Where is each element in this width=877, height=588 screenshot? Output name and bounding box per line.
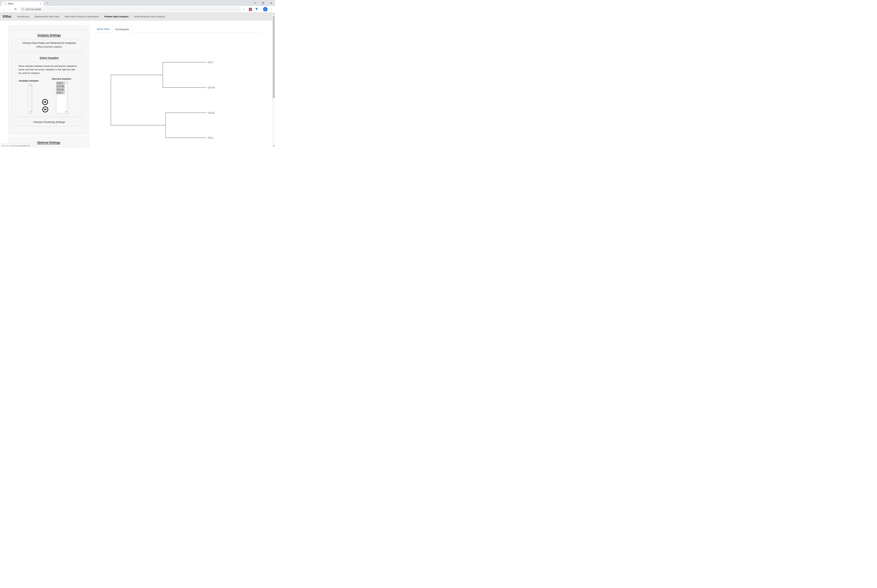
selected-samples-items: 172-1 172-10 172-11 172-7 <box>56 82 65 94</box>
selected-samples-label: Selected Samples <box>51 78 72 80</box>
dendrogram-leaf-label: 172-1 <box>207 136 213 139</box>
scroll-up-icon[interactable] <box>66 82 67 84</box>
select-samples-header: Select Samples <box>16 54 83 62</box>
tab-mirror-plots[interactable]: Mirror Plots <box>94 26 113 33</box>
extension-funnel-icon[interactable] <box>255 8 258 11</box>
brand-idbac[interactable]: IDBac <box>0 15 14 18</box>
forward-button[interactable]: → <box>8 7 12 12</box>
browser-toolbar: ← → ↻ i 127.0.0.1:5125 ☆ C ⋮ <box>0 6 275 12</box>
available-samples-label: Available Samples <box>17 80 40 82</box>
nav-item-small-molecule-data-analysis[interactable]: Small Molecule Data Analysis <box>131 12 168 21</box>
profile-avatar[interactable]: C <box>263 7 267 11</box>
listbox-option[interactable]: 172-11 <box>56 88 65 91</box>
analysis-settings-title: Analysis Settings <box>12 34 86 37</box>
new-tab-button[interactable]: + <box>46 1 50 5</box>
tab-dendrogram[interactable]: Dendrogram <box>113 26 132 33</box>
minimize-icon <box>254 3 256 3</box>
scrollbar-thumb[interactable] <box>273 16 275 98</box>
nav-item-starting-with-raw-data[interactable]: Starting With Raw Data <box>32 12 62 21</box>
selected-listbox-scrollbar[interactable] <box>65 82 68 113</box>
close-icon: × <box>270 2 272 4</box>
app-navbar: IDBac Introduction Starting With Raw Dat… <box>0 12 272 21</box>
left-arrow-icon <box>43 108 47 111</box>
nav-item-protein-data-analysis[interactable]: Protein Data Analysis <box>102 12 131 21</box>
select-samples-instructions: Move samples between boxes by clicking t… <box>19 64 78 75</box>
right-arrow-icon <box>43 100 47 104</box>
available-listbox-scrollbar[interactable] <box>29 84 32 113</box>
back-button[interactable]: ← <box>2 7 6 12</box>
browser-menu-icon[interactable]: ⋮ <box>269 7 274 12</box>
window-controls: × <box>251 0 275 6</box>
status-bubble: 127.0.0.1:5125/#cpanel0658192 <box>0 144 32 147</box>
address-bar[interactable]: i 127.0.0.1:5125 <box>20 7 241 12</box>
clustering-settings-panel: Choose Clustering Settings <box>16 117 83 126</box>
move-left-button[interactable] <box>42 106 48 112</box>
content-tabbar: Mirror Plots Dendrogram <box>94 26 132 33</box>
browser-scrollbar[interactable] <box>272 12 275 147</box>
available-samples-listbox[interactable] <box>28 84 32 114</box>
status-url-text: 127.0.0.1:5125/#cpanel0658192 <box>2 145 30 147</box>
restore-button[interactable] <box>259 0 267 6</box>
nav-item-introduction[interactable]: Introduction <box>14 12 32 21</box>
browser-tab[interactable]: IDBac × <box>2 2 44 6</box>
listbox-option[interactable]: 172-1 <box>56 82 65 85</box>
listbox-option[interactable]: 172-10 <box>56 85 65 88</box>
reload-button[interactable]: ↻ <box>14 7 18 12</box>
analysis-settings-well: Analysis Settings Choose how Peaks are R… <box>8 26 89 135</box>
selected-samples-listbox[interactable]: 172-1 172-10 172-11 172-7 <box>56 81 68 114</box>
site-info-icon[interactable]: i <box>22 8 24 10</box>
select-samples-panel: Select Samples Move samples between boxe… <box>16 54 83 117</box>
dendrogram-leaf-label: 172-7 <box>207 61 213 64</box>
scroll-down-icon[interactable] <box>30 111 32 112</box>
url-text: 127.0.0.1:5125 <box>26 8 41 11</box>
minimize-button[interactable] <box>251 0 259 6</box>
move-right-button[interactable] <box>42 99 48 105</box>
browser-titlebar: IDBac × + × <box>0 0 275 6</box>
peaks-retained-panel: Choose how Peaks are Retained for Analys… <box>16 39 83 51</box>
peaks-retained-title: Choose how Peaks are Retained for Analys… <box>16 41 83 44</box>
page-favicon-icon <box>5 3 6 5</box>
extension-red-icon[interactable] <box>249 8 252 11</box>
dendrogram-leaf-label: 172-10 <box>207 86 215 89</box>
scroll-up-icon[interactable] <box>30 85 32 86</box>
bookmark-star-icon[interactable]: ☆ <box>241 7 246 12</box>
tab-close-icon[interactable]: × <box>39 2 42 5</box>
select-samples-title: Select Samples <box>39 56 59 59</box>
clustering-settings-title: Choose Clustering Settings <box>33 120 65 123</box>
restore-icon <box>262 2 264 4</box>
peaks-retained-subtitle: (Effects all protein analysis) <box>16 46 83 48</box>
tab-title: IDBac <box>8 3 39 5</box>
scrollbar-up-icon[interactable] <box>273 14 275 15</box>
dendrogram-leaf-label: 172-11 <box>207 111 215 114</box>
close-button[interactable]: × <box>267 0 275 6</box>
nav-item-work-with-previous-experiments[interactable]: Work With Previous Experiments <box>62 12 102 21</box>
scrollbar-down-icon[interactable] <box>273 146 275 146</box>
listbox-option[interactable]: 172-7 <box>56 91 65 94</box>
scroll-down-icon[interactable] <box>66 111 67 112</box>
analysis-settings-panel: Analysis Settings Choose how Peaks are R… <box>12 29 87 133</box>
